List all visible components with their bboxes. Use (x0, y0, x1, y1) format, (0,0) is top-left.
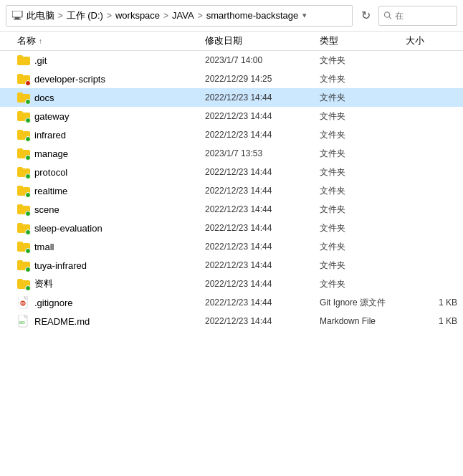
file-name-cell: scene (6, 203, 205, 216)
file-name-cell: protocol (6, 166, 205, 178)
file-name: gateway (34, 111, 69, 122)
file-name-cell: .git (6, 54, 205, 67)
table-row[interactable]: developer-scripts2022/12/29 14:25文件夹 (0, 70, 463, 88)
file-list: .git2023/1/7 14:00文件夹 developer-scripts2… (0, 51, 463, 474)
sort-arrow-name: ↑ (39, 37, 42, 45)
file-type: 文件夹 (320, 185, 406, 197)
file-date: 2022/12/23 14:44 (205, 242, 320, 252)
file-name-cell: 资料 (6, 277, 205, 290)
file-type: 文件夹 (320, 92, 406, 104)
file-type: 文件夹 (320, 241, 406, 253)
breadcrumb-workspace[interactable]: workspace (115, 10, 160, 21)
search-input[interactable] (395, 11, 452, 21)
file-date: 2022/12/23 14:44 (205, 186, 320, 196)
table-row[interactable]: protocol2022/12/23 14:44文件夹 (0, 163, 463, 181)
file-name: developer-scripts (34, 74, 105, 85)
file-name: realtime (34, 186, 67, 196)
table-row[interactable]: MD README.md2022/12/23 14:44Markdown Fil… (0, 312, 463, 330)
file-name: README.md (34, 316, 90, 327)
folder-icon (17, 147, 30, 160)
file-type: 文件夹 (320, 54, 406, 67)
file-type: 文件夹 (320, 129, 406, 141)
breadcrumb-java[interactable]: JAVA (172, 10, 194, 21)
file-type: 文件夹 (320, 278, 406, 290)
file-date: 2022/12/23 14:44 (205, 167, 320, 177)
file-date: 2022/12/23 14:44 (205, 130, 320, 140)
file-icon: MD (17, 315, 30, 328)
svg-rect-2 (14, 19, 21, 20)
folder-icon (17, 222, 30, 234)
file-date: 2022/12/23 14:44 (205, 92, 320, 103)
file-name: 资料 (34, 277, 53, 290)
breadcrumb-smarthome[interactable]: smarthome-backstage (206, 10, 299, 21)
col-header-type[interactable]: 类型 (320, 34, 406, 47)
table-row[interactable]: scene2022/12/23 14:44文件夹 (0, 200, 463, 219)
file-name-cell: infrared (6, 128, 205, 141)
file-date: 2023/1/7 14:00 (205, 55, 320, 65)
col-header-size[interactable]: 大小 (406, 34, 463, 47)
file-name-cell: sleep-evaluation (6, 222, 205, 234)
file-name: protocol (34, 167, 67, 178)
folder-icon (17, 128, 30, 141)
computer-icon (12, 11, 24, 21)
svg-rect-0 (12, 11, 22, 17)
file-date: 2022/12/23 14:44 (205, 223, 320, 233)
folder-icon (17, 72, 30, 85)
file-type: 文件夹 (320, 222, 406, 234)
table-row[interactable]: tuya-infrared2022/12/23 14:44文件夹 (0, 256, 463, 275)
file-name-cell: tmall (6, 240, 205, 253)
file-type: Git Ignore 源文件 (320, 297, 406, 309)
table-row[interactable]: infrared2022/12/23 14:44文件夹 (0, 125, 463, 144)
search-box[interactable] (378, 6, 457, 26)
breadcrumb-dropdown-icon[interactable]: ▾ (302, 11, 307, 20)
col-header-date[interactable]: 修改日期 (205, 34, 320, 47)
svg-text:MD: MD (19, 320, 25, 325)
table-row[interactable]: realtime2022/12/23 14:44文件夹 (0, 181, 463, 200)
breadcrumb-此电脑[interactable]: 此电脑 (12, 9, 54, 22)
file-type: 文件夹 (320, 166, 406, 178)
file-date: 2022/12/29 14:25 (205, 74, 320, 84)
col-header-name[interactable]: 名称 ↑ (17, 34, 205, 47)
file-date: 2022/12/23 14:44 (205, 260, 320, 270)
file-name-cell: .gitignore (6, 296, 205, 309)
table-row[interactable]: .git2023/1/7 14:00文件夹 (0, 51, 463, 70)
file-date: 2023/1/7 13:53 (205, 148, 320, 158)
file-icon (17, 296, 30, 309)
file-name-cell: tuya-infrared (6, 259, 205, 272)
file-type: Markdown File (320, 316, 406, 326)
file-type: 文件夹 (320, 110, 406, 123)
breadcrumb[interactable]: 此电脑 > 工作 (D:) > workspace > JAVA > smart… (6, 5, 353, 27)
table-row[interactable]: manage2023/1/7 13:53文件夹 (0, 144, 463, 163)
breadcrumb-sep-1: > (58, 11, 63, 21)
table-row[interactable]: sleep-evaluation2022/12/23 14:44文件夹 (0, 219, 463, 237)
table-row[interactable]: gateway2022/12/23 14:44文件夹 (0, 107, 463, 125)
file-name-cell: manage (6, 147, 205, 160)
folder-icon (17, 203, 30, 216)
folder-icon (17, 54, 30, 67)
file-name: infrared (34, 130, 66, 141)
file-name: docs (34, 92, 54, 103)
file-name: sleep-evaluation (34, 223, 102, 234)
file-type: 文件夹 (320, 204, 406, 216)
folder-icon (17, 184, 30, 197)
file-name-cell: MD README.md (6, 315, 205, 328)
table-row[interactable]: 资料2022/12/23 14:44文件夹 (0, 275, 463, 293)
file-type: 文件夹 (320, 73, 406, 85)
table-row[interactable]: docs2022/12/23 14:44文件夹 (0, 88, 463, 107)
file-name: tuya-infrared (34, 260, 87, 271)
gitignore-file-icon (18, 296, 29, 309)
file-size: 1 KB (406, 298, 463, 308)
refresh-button[interactable]: ↻ (355, 6, 376, 26)
table-row[interactable]: tmall2022/12/23 14:44文件夹 (0, 237, 463, 256)
breadcrumb-drive[interactable]: 工作 (D:) (67, 9, 103, 22)
file-name: .git (34, 55, 47, 66)
file-type: 文件夹 (320, 148, 406, 160)
column-headers: 名称 ↑ 修改日期 类型 大小 (0, 32, 463, 51)
file-date: 2022/12/23 14:44 (205, 111, 320, 121)
folder-icon (17, 277, 30, 290)
file-date: 2022/12/23 14:44 (205, 204, 320, 214)
breadcrumb-sep-4: > (198, 11, 203, 21)
breadcrumb-sep-3: > (163, 11, 168, 21)
table-row[interactable]: .gitignore2022/12/23 14:44Git Ignore 源文件… (0, 293, 463, 312)
file-date: 2022/12/23 14:44 (205, 316, 320, 326)
